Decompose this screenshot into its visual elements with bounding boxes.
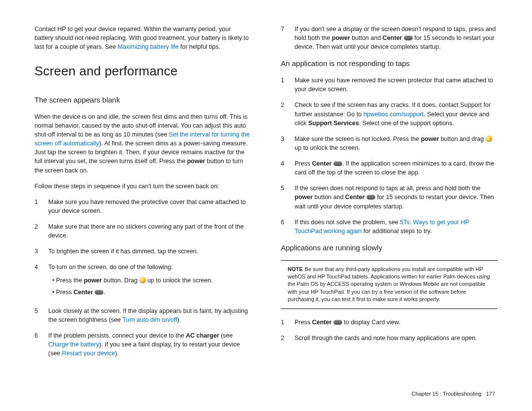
link-maximizing-battery-life[interactable]: Maximizing battery life — [118, 43, 179, 50]
list-item: 5 If the screen does not respond to taps… — [281, 184, 498, 210]
step-number: 4 — [281, 159, 295, 177]
text: up to unlock the screen. — [146, 277, 213, 284]
step-number: 2 — [281, 334, 295, 342]
step-body: If this does not solve the problem, see … — [295, 218, 498, 236]
bold-power: power — [421, 136, 439, 142]
text: up to unlock the screen. — [295, 144, 360, 151]
blank-steps: 1Make sure you have removed the protecti… — [34, 198, 251, 358]
step-body: Check to see if the screen has any crack… — [295, 101, 498, 127]
note-label: NOTE — [288, 266, 303, 272]
subheading-screen-blank: The screen appears blank — [34, 95, 251, 105]
step-number: 7 — [281, 25, 295, 51]
slow-steps: 1 Press Center to display Card view. 2Sc… — [281, 318, 498, 342]
center-button-icon — [333, 161, 342, 166]
text: Make sure the screen is not locked. Pres… — [295, 136, 421, 142]
step-number: 3 — [34, 247, 48, 256]
step-body: Press Center to display Card view. — [295, 318, 498, 327]
center-button-icon — [404, 35, 413, 40]
step-body: If you don't see a display or the screen… — [295, 25, 498, 51]
list-item: 3To brighten the screen if it has dimmed… — [34, 247, 251, 256]
text: Press — [295, 160, 312, 167]
step-number: 5 — [34, 307, 48, 324]
text: button. Drag — [102, 277, 139, 284]
footer-page-number: 177 — [486, 391, 495, 397]
link-turn-auto-dim[interactable]: Turn auto dim on/off — [123, 316, 177, 323]
list-item: 1 Press Center to display Card view. — [281, 318, 498, 327]
link-charge-battery[interactable]: Charge the battery — [48, 341, 100, 348]
right-column: 7 If you don't see a display or the scre… — [281, 25, 498, 396]
text: If this does not solve the problem, see — [295, 219, 400, 226]
step-body: Make sure the screen is not locked. Pres… — [295, 135, 498, 152]
subheading-app-not-responding: An application is not responding to taps — [281, 58, 498, 69]
center-button-icon — [95, 290, 103, 295]
intro-paragraph: Contact HP to get your device repaired. … — [34, 25, 251, 51]
text: ). — [115, 350, 119, 357]
step-number: 3 — [281, 135, 295, 152]
footer-chapter: Chapter 15 : Troubleshooting — [412, 391, 482, 397]
link-hpwebos-support[interactable]: hpwebos.com/support — [364, 111, 424, 118]
bullet-item: • Press the power button. Drag up to unl… — [52, 276, 251, 285]
list-item: 6 If this does not solve the problem, se… — [281, 218, 498, 236]
step-body: If the screen does not respond to taps a… — [295, 184, 498, 210]
list-item: 2Make sure that there are no stickers co… — [34, 222, 251, 240]
unlock-icon — [486, 136, 492, 142]
bold-power: power — [295, 194, 313, 201]
bold-ac-charger: AC charger — [186, 332, 219, 339]
page-content: Contact HP to get your device repaired. … — [34, 25, 498, 396]
text: . — [103, 289, 105, 296]
step-text: Scroll through the cards and note how ma… — [295, 334, 498, 342]
page-footer: Chapter 15 : Troubleshooting 177 — [412, 390, 495, 398]
center-button-icon — [333, 320, 342, 325]
step-text: Make sure that there are no stickers cov… — [48, 222, 251, 240]
list-item: 2 Check to see if the screen has any cra… — [281, 101, 498, 127]
step-body: To turn on the screen, do one of the fol… — [48, 263, 251, 299]
blank-paragraph-2: Follow these steps in sequence if you ca… — [34, 182, 251, 191]
step-number: 2 — [34, 222, 48, 240]
bold-center: Center — [345, 194, 365, 201]
text: to display Card view. — [342, 319, 400, 326]
link-restart-device[interactable]: Restart your device — [62, 350, 115, 357]
bold-support-services: Support Services — [308, 120, 359, 127]
step-number: 2 — [281, 101, 295, 127]
text: • Press — [52, 289, 73, 296]
continued-steps: 7 If you don't see a display or the scre… — [281, 25, 498, 51]
bold-power: power — [332, 34, 350, 41]
app-steps: 1Make sure you have removed the screen p… — [281, 76, 498, 236]
list-item: 2Scroll through the cards and note how m… — [281, 334, 498, 342]
list-item: 1Make sure you have removed the screen p… — [281, 76, 498, 94]
step-number: 6 — [34, 331, 48, 358]
step-body: Press Center . If the application screen… — [295, 159, 498, 177]
blank-paragraph-1: When the device is on and idle, the scre… — [34, 112, 251, 175]
text: • Press the — [52, 277, 84, 284]
text: ). — [177, 316, 181, 323]
bold-power: power — [187, 158, 205, 165]
step-text: To turn on the screen, do one of the fol… — [48, 264, 173, 271]
list-item: 4 To turn on the screen, do one of the f… — [34, 263, 251, 299]
text: . Select one of the support options. — [359, 120, 454, 127]
bold-center: Center — [312, 319, 332, 326]
text: If the problem persists, connect your de… — [48, 332, 186, 339]
text: (see — [219, 332, 233, 339]
text: button and drag — [439, 136, 486, 142]
step-text: To brighten the screen if it has dimmed,… — [48, 247, 251, 256]
bold-center: Center — [73, 289, 93, 296]
text: for helpful tips. — [179, 43, 221, 50]
step-body: Look closely at the screen. If the displ… — [48, 307, 251, 324]
unlock-icon — [139, 277, 146, 283]
note-text: Be sure that any third-party application… — [288, 266, 490, 303]
list-item: 4 Press Center . If the application scre… — [281, 159, 498, 177]
step-body: If the problem persists, connect your de… — [48, 331, 251, 358]
bold-power: power — [84, 277, 102, 284]
list-item: 7 If you don't see a display or the scre… — [281, 25, 498, 51]
step-number: 1 — [34, 198, 48, 215]
text: Press — [295, 319, 312, 326]
step-number: 5 — [281, 184, 295, 210]
text: for additional steps to try. — [362, 228, 432, 235]
step-number: 1 — [281, 318, 295, 327]
list-item: 6 If the problem persists, connect your … — [34, 331, 251, 358]
list-item: 5 Look closely at the screen. If the dis… — [34, 307, 251, 324]
bold-center: Center — [383, 34, 402, 41]
note-box: NOTEBe sure that any third-party applica… — [281, 260, 498, 309]
bold-center: Center — [312, 160, 332, 167]
step-number: 6 — [281, 218, 295, 236]
